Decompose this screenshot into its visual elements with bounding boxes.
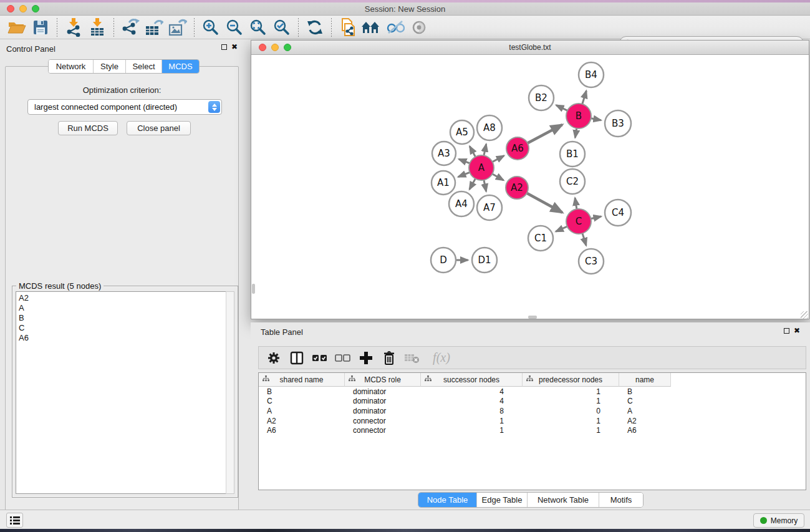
vertical-scrollbar-thumb[interactable] bbox=[252, 284, 255, 294]
function-builder-icon: f(x) bbox=[427, 349, 456, 367]
tab-select[interactable]: Select bbox=[126, 60, 162, 73]
table-row[interactable]: Cdominator41C bbox=[259, 397, 806, 407]
table-cell[interactable]: 1 bbox=[523, 417, 619, 425]
float-panel-icon[interactable] bbox=[221, 44, 227, 50]
table-cell[interactable]: C bbox=[259, 397, 345, 405]
close-table-panel-icon[interactable]: ✖ bbox=[794, 328, 800, 334]
mcds-result-item[interactable]: A2 bbox=[19, 293, 226, 303]
table-cell[interactable]: 4 bbox=[421, 397, 523, 405]
first-neighbors-icon[interactable] bbox=[361, 17, 382, 37]
zoom-out-icon[interactable] bbox=[224, 17, 245, 37]
hide-selected-icon[interactable] bbox=[385, 17, 406, 37]
tab-node-table[interactable]: Node Table bbox=[418, 493, 477, 507]
graph-node-label: A4 bbox=[455, 198, 468, 210]
zoom-selected-icon[interactable] bbox=[271, 17, 292, 37]
table-cell[interactable]: 0 bbox=[523, 407, 619, 415]
table-cell[interactable]: dominator bbox=[345, 407, 421, 415]
table-cell[interactable]: B bbox=[259, 387, 345, 396]
table-row[interactable]: Bdominator41B bbox=[259, 387, 806, 397]
close-panel-button[interactable]: Close panel bbox=[127, 121, 191, 135]
table-header-row: shared nameMCDS rolesuccessor nodesprede… bbox=[259, 373, 806, 387]
control-panel-tabs: Network Style Select MCDS bbox=[48, 59, 200, 74]
open-session-icon[interactable] bbox=[6, 17, 27, 37]
column-header-shared-name[interactable]: shared name bbox=[259, 373, 345, 387]
memory-button[interactable]: Memory bbox=[753, 513, 804, 528]
zoom-fit-icon[interactable] bbox=[248, 17, 269, 37]
mcds-result-item[interactable]: B bbox=[19, 313, 226, 323]
mcds-result-item[interactable]: A6 bbox=[19, 333, 226, 343]
network-window-titlebar[interactable]: testGlobe.txt bbox=[251, 41, 809, 55]
table-cell[interactable]: dominator bbox=[345, 397, 421, 405]
network-graph[interactable]: B4B2BB3A8A5A6A3B1AA1C2A2A4A7C4CC1DD1C3 bbox=[252, 55, 808, 319]
table-cell[interactable]: 8 bbox=[421, 407, 523, 415]
import-network-icon[interactable] bbox=[63, 17, 84, 37]
save-session-icon[interactable] bbox=[30, 17, 51, 37]
table-cell[interactable]: 1 bbox=[523, 387, 619, 396]
table-cell[interactable]: A2 bbox=[619, 417, 671, 425]
select-all-checkboxes-icon[interactable] bbox=[311, 349, 329, 367]
float-table-panel-icon[interactable] bbox=[784, 328, 789, 334]
table-cell[interactable]: 1 bbox=[523, 397, 619, 405]
table-cell[interactable]: connector bbox=[345, 426, 421, 435]
show-column-icon[interactable] bbox=[288, 349, 306, 367]
table-cell[interactable]: A2 bbox=[259, 417, 345, 425]
column-header-MCDS-role[interactable]: MCDS role bbox=[345, 373, 421, 387]
toolbar-separator bbox=[298, 18, 299, 37]
show-all-icon[interactable] bbox=[408, 17, 430, 37]
table-cell[interactable]: 1 bbox=[421, 426, 523, 435]
graph-node-label: A5 bbox=[456, 127, 468, 138]
refresh-icon[interactable] bbox=[304, 17, 325, 37]
task-history-button[interactable] bbox=[6, 513, 23, 528]
table-cell[interactable]: 1 bbox=[523, 426, 619, 435]
table-cell[interactable]: A6 bbox=[259, 426, 345, 435]
criterion-dropdown[interactable]: largest connected component (directed) bbox=[27, 99, 222, 115]
table-row[interactable]: A2connector11A2 bbox=[259, 416, 806, 426]
table-cell[interactable]: A bbox=[259, 407, 345, 415]
tab-motifs[interactable]: Motifs bbox=[599, 493, 643, 507]
run-mcds-button[interactable]: Run MCDS bbox=[58, 121, 118, 135]
table-row[interactable]: A6connector11A6 bbox=[259, 425, 806, 435]
table-cell[interactable]: 1 bbox=[421, 417, 523, 425]
export-image-icon[interactable] bbox=[167, 17, 188, 37]
tab-edge-table[interactable]: Edge Table bbox=[477, 493, 528, 507]
clone-network-icon[interactable] bbox=[337, 17, 359, 37]
export-network-icon[interactable] bbox=[120, 17, 141, 37]
table-cell[interactable]: A6 bbox=[619, 426, 671, 435]
table-cell[interactable]: A bbox=[619, 407, 671, 415]
graph-node-label: C1 bbox=[534, 233, 547, 244]
mcds-result-item[interactable]: A bbox=[19, 303, 226, 313]
table-cell[interactable]: connector bbox=[345, 417, 421, 425]
toolbar-separator bbox=[194, 18, 195, 37]
tab-network-table[interactable]: Network Table bbox=[528, 493, 599, 507]
table-row[interactable]: Adominator80A bbox=[259, 406, 806, 416]
column-header-predecessor-nodes[interactable]: predecessor nodes bbox=[523, 373, 619, 387]
table-body[interactable]: Bdominator41BCdominator41CAdominator80AA… bbox=[259, 387, 806, 435]
network-canvas[interactable]: B4B2BB3A8A5A6A3B1AA1C2A2A4A7C4CC1DD1C3 bbox=[252, 55, 808, 319]
zoom-in-icon[interactable] bbox=[200, 17, 221, 37]
table-cell[interactable]: dominator bbox=[345, 387, 421, 396]
tab-mcds[interactable]: MCDS bbox=[162, 60, 199, 73]
graph-node-label: C2 bbox=[566, 176, 579, 187]
table-cell[interactable]: 4 bbox=[421, 387, 523, 396]
deselect-all-checkboxes-icon[interactable] bbox=[334, 349, 352, 367]
add-column-icon[interactable] bbox=[357, 349, 375, 367]
column-header-name[interactable]: name bbox=[619, 373, 671, 387]
column-header-successor-nodes[interactable]: successor nodes bbox=[421, 373, 523, 387]
export-table-icon[interactable] bbox=[143, 17, 165, 37]
table-options-icon[interactable] bbox=[265, 349, 282, 367]
delete-column-icon[interactable] bbox=[380, 349, 398, 367]
horizontal-scrollbar-thumb[interactable] bbox=[528, 316, 537, 319]
table-cell[interactable]: B bbox=[619, 387, 671, 396]
tab-network[interactable]: Network bbox=[49, 60, 94, 73]
mcds-result-item[interactable]: C bbox=[19, 323, 226, 333]
tab-style[interactable]: Style bbox=[94, 60, 126, 73]
result-scrollbar[interactable] bbox=[226, 291, 234, 494]
mcds-result-list[interactable]: A2ABCA6 bbox=[16, 291, 227, 494]
resize-grip[interactable] bbox=[801, 311, 808, 319]
close-panel-icon[interactable]: ✖ bbox=[231, 44, 238, 50]
tree-icon bbox=[349, 375, 355, 384]
graph-node-label: D1 bbox=[478, 254, 491, 266]
node-table[interactable]: shared nameMCDS rolesuccessor nodesprede… bbox=[258, 372, 806, 490]
table-cell[interactable]: C bbox=[619, 397, 671, 405]
import-table-icon[interactable] bbox=[87, 17, 108, 37]
